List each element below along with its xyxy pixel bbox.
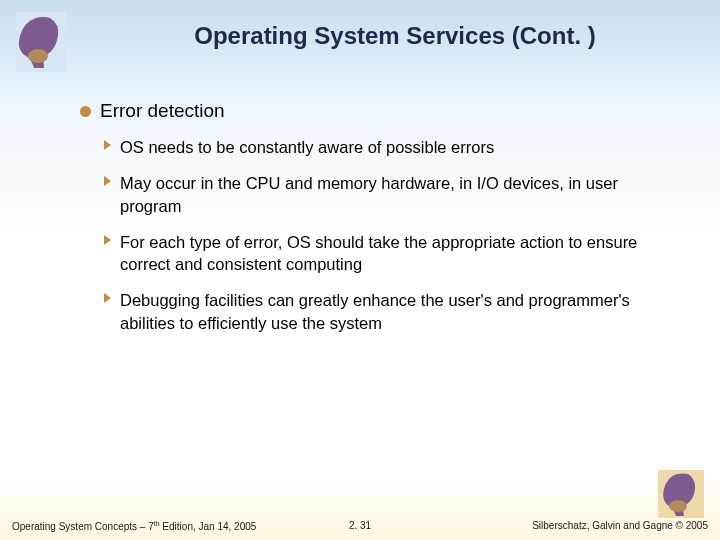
bullet-level2-text: May occur in the CPU and memory hardware… bbox=[120, 174, 618, 214]
slide-content: Error detection OS needs to be constantl… bbox=[80, 100, 660, 348]
circle-bullet-icon bbox=[80, 106, 91, 117]
slide-title: Operating System Services (Cont. ) bbox=[90, 22, 700, 50]
footer-left-post: Edition, Jan 14, 2005 bbox=[160, 521, 257, 532]
dinosaur-logo-bottom-right bbox=[658, 470, 704, 518]
bullet-level1: Error detection bbox=[80, 100, 660, 122]
footer-left-pre: Operating System Concepts – 7 bbox=[12, 521, 154, 532]
svg-point-3 bbox=[669, 500, 687, 512]
arrow-bullet-icon bbox=[104, 140, 111, 150]
bullet-level2: OS needs to be constantly aware of possi… bbox=[104, 136, 660, 158]
bullet-level2-text: OS needs to be constantly aware of possi… bbox=[120, 138, 494, 156]
bullet-level2: May occur in the CPU and memory hardware… bbox=[104, 172, 660, 217]
slide-footer: Operating System Concepts – 7th Edition,… bbox=[12, 520, 708, 532]
slide-number: 2. 31 bbox=[349, 520, 371, 531]
bullet-level1-text: Error detection bbox=[100, 100, 225, 121]
arrow-bullet-icon bbox=[104, 176, 111, 186]
bullet-level2-text: Debugging facilities can greatly enhance… bbox=[120, 291, 630, 331]
bullet-level2: For each type of error, OS should take t… bbox=[104, 231, 660, 276]
bullet-level2-text: For each type of error, OS should take t… bbox=[120, 233, 637, 273]
footer-right: Silberschatz, Galvin and Gagne © 2005 bbox=[532, 520, 708, 531]
svg-point-1 bbox=[28, 49, 48, 63]
footer-left: Operating System Concepts – 7th Edition,… bbox=[12, 520, 256, 532]
dinosaur-logo-top-left bbox=[16, 12, 66, 72]
arrow-bullet-icon bbox=[104, 235, 111, 245]
bullet-level2: Debugging facilities can greatly enhance… bbox=[104, 289, 660, 334]
arrow-bullet-icon bbox=[104, 293, 111, 303]
